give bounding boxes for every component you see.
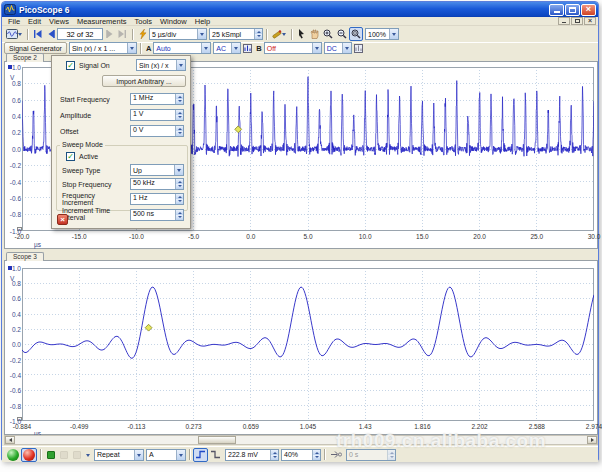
increment-time-field[interactable]: 500 ns — [130, 209, 184, 221]
frequency-increment-field[interactable]: 1 Hz — [130, 193, 184, 205]
scroll-right-button[interactable] — [587, 436, 597, 444]
spinner-arrows[interactable] — [175, 194, 183, 204]
zoom-out-tool-button[interactable] — [335, 27, 349, 41]
mdi-minimize-button[interactable] — [558, 17, 570, 25]
prev-buffer-button[interactable] — [44, 27, 57, 41]
channel-b-label: B — [256, 44, 261, 53]
dropdown-arrow-icon[interactable] — [127, 43, 136, 53]
sample-count-spinner[interactable]: 25 kSmpl — [209, 28, 263, 40]
tab-scope3[interactable]: Scope 3 — [6, 252, 44, 261]
trigger-mode-select[interactable]: Repeat — [94, 449, 144, 461]
spinner-arrows[interactable] — [175, 126, 183, 136]
tab-scope2[interactable]: Scope 2 — [6, 53, 44, 62]
auto-setup-button[interactable] — [136, 27, 149, 41]
stop-frequency-value: 50 kHz — [131, 179, 175, 189]
falling-edge-button[interactable] — [208, 448, 223, 462]
import-arbitrary-button[interactable]: Import Arbitrary ... — [102, 75, 186, 87]
dropdown-arrow-icon[interactable] — [197, 29, 206, 39]
tab-label: Scope 3 — [13, 253, 37, 260]
y-tick-label: 0.4 — [5, 311, 21, 318]
scrollbar-thumb[interactable] — [198, 436, 236, 444]
minimize-button[interactable] — [549, 4, 564, 16]
x-axis-unit: µs — [34, 241, 41, 248]
mdi-restore-button[interactable] — [571, 17, 583, 25]
scope-view-button[interactable] — [4, 27, 24, 41]
spinner-arrows[interactable] — [175, 210, 183, 220]
trigger-marker[interactable] — [235, 126, 242, 133]
spinner-arrows[interactable] — [175, 110, 183, 120]
start-capture-button[interactable] — [5, 448, 21, 462]
trigger-source-select[interactable]: A — [146, 449, 186, 461]
trigger-marker[interactable] — [145, 324, 152, 331]
trigger-level-value: 222.8 mV — [226, 451, 270, 458]
x-tick-label: -5.0 — [179, 233, 209, 240]
rising-edge-button[interactable] — [193, 448, 208, 462]
dropdown-arrow-icon[interactable] — [201, 43, 210, 53]
menu-item-measurements[interactable]: Measurements — [73, 17, 131, 26]
dialog-close-button[interactable]: × — [57, 214, 68, 225]
menu-item-edit[interactable]: Edit — [24, 17, 45, 26]
zoom-full-icon — [351, 29, 361, 39]
mdi-close-button[interactable]: × — [584, 17, 596, 25]
buffer-position-box[interactable]: 32 of 32 — [57, 28, 103, 40]
trigger-option-button[interactable] — [70, 448, 83, 462]
timebase-select[interactable]: 5 µs/div — [149, 28, 207, 40]
scope3-chart[interactable] — [22, 268, 594, 421]
scroll-left-button[interactable] — [5, 436, 15, 444]
zoom-in-icon — [323, 29, 333, 39]
stop-capture-button[interactable] — [21, 448, 37, 462]
pointer-tool-icon — [298, 29, 305, 39]
zoom-full-tool-button[interactable] — [349, 27, 363, 41]
close-button[interactable]: × — [581, 4, 596, 16]
menu-item-help[interactable]: Help — [191, 17, 214, 26]
stop-frequency-field[interactable]: 50 kHz — [130, 178, 184, 190]
restore-icon — [575, 19, 580, 23]
maximize-button[interactable] — [565, 4, 580, 16]
pre-trigger-field[interactable]: 40% — [281, 449, 321, 461]
next-buffer-button[interactable] — [103, 27, 116, 41]
sweep-type-select[interactable]: Up — [130, 164, 184, 176]
start-frequency-field[interactable]: 1 MHz — [130, 93, 184, 105]
dropdown-arrow-icon[interactable] — [174, 165, 183, 175]
menu-item-window[interactable]: Window — [156, 17, 191, 26]
spinner-arrows[interactable] — [175, 179, 183, 189]
spinner-arrows[interactable] — [175, 94, 183, 104]
x-tick-label: 2.202 — [465, 423, 495, 430]
more-triggers-button[interactable] — [83, 448, 92, 462]
pre-trigger-value: 40% — [282, 451, 312, 458]
spinner-arrows[interactable] — [270, 450, 278, 460]
menu-item-tools[interactable]: Tools — [131, 17, 157, 26]
signal-generator-label: Signal Generator — [9, 45, 62, 52]
dropdown-arrow-icon[interactable] — [176, 450, 185, 460]
wave-type-select[interactable]: Sin (x) / x — [136, 59, 186, 71]
spinner-arrows[interactable] — [254, 29, 262, 39]
trigger-marker-button[interactable] — [44, 448, 57, 462]
first-buffer-button[interactable] — [31, 27, 44, 41]
menu-item-file[interactable]: File — [4, 17, 24, 26]
zoom-in-tool-button[interactable] — [321, 27, 335, 41]
zoom-level-select[interactable]: 100% — [365, 28, 399, 40]
dropdown-arrow-icon[interactable] — [342, 43, 351, 53]
sweep-active-checkbox[interactable]: ✓ — [66, 152, 75, 161]
spinner-arrows[interactable] — [312, 450, 320, 460]
trigger-option-button[interactable] — [57, 448, 70, 462]
amplitude-field[interactable]: 1 V — [130, 109, 184, 121]
dropdown-arrow-icon[interactable] — [134, 450, 143, 460]
dropdown-arrow-icon[interactable] — [312, 43, 321, 53]
menu-item-views[interactable]: Views — [45, 17, 73, 26]
zoom-level-value: 100% — [366, 31, 389, 38]
last-buffer-button[interactable] — [116, 27, 129, 41]
y-tick-label: -0.6 — [5, 387, 21, 394]
trigger-level-field[interactable]: 222.8 mV — [225, 449, 279, 461]
next-buffer-icon — [118, 30, 127, 38]
dropdown-arrow-icon[interactable] — [231, 43, 240, 53]
sweep-active-label: Active — [79, 153, 98, 161]
pointer-tool-button[interactable] — [295, 27, 308, 41]
menu-bar: FileEditViewsMeasurementsToolsWindowHelp… — [2, 17, 598, 26]
pan-tool-button[interactable] — [308, 27, 321, 41]
offset-field[interactable]: 0 V — [130, 125, 184, 137]
signal-on-checkbox[interactable]: ✓ — [66, 61, 75, 70]
probe-options-button[interactable] — [270, 27, 288, 41]
dropdown-arrow-icon[interactable] — [176, 60, 185, 70]
dropdown-arrow-icon[interactable] — [389, 29, 398, 39]
